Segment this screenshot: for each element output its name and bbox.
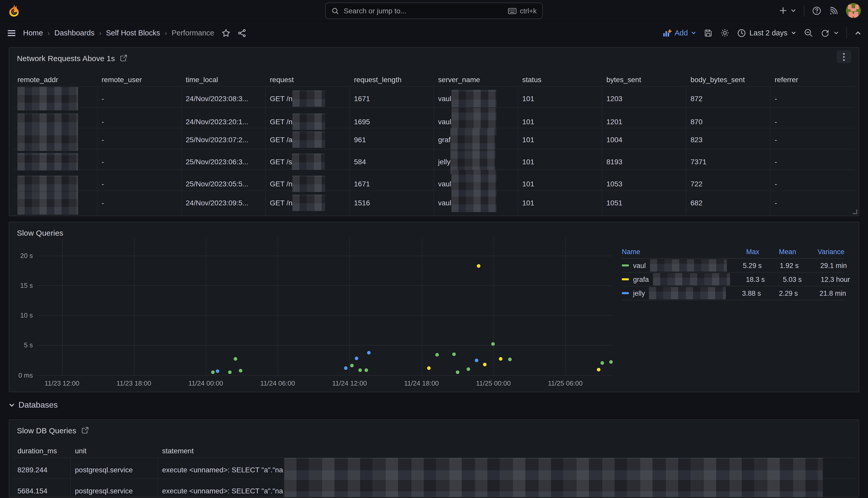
help-icon[interactable] — [812, 6, 821, 15]
column-header[interactable]: time_local — [181, 75, 266, 83]
column-header[interactable]: request — [266, 75, 350, 83]
breadcrumb-item[interactable]: Performance — [172, 29, 214, 37]
time-range-picker[interactable]: Last 2 days — [737, 28, 796, 37]
column-header[interactable]: duration_ms — [13, 446, 71, 455]
star-icon[interactable] — [221, 28, 230, 37]
divider — [804, 5, 804, 16]
share-icon[interactable] — [237, 28, 246, 37]
redacted-text — [284, 458, 823, 482]
scatter-point — [355, 356, 358, 360]
legend-series-swatch[interactable] — [622, 292, 629, 294]
table-cell: postgresql.service — [71, 479, 158, 497]
panel-title[interactable]: Slow DB Queries — [17, 426, 76, 435]
dashboard-settings-icon[interactable] — [720, 28, 730, 38]
scatter-point — [609, 360, 612, 364]
column-header[interactable]: request_length — [350, 75, 434, 83]
scatter-point — [456, 370, 459, 374]
table-cell: - — [97, 87, 181, 110]
collapse-toolbar-icon[interactable] — [855, 29, 861, 36]
breadcrumb-item[interactable]: Dashboards — [54, 29, 94, 37]
legend-row: grafa18.3 s5.03 s12.3 hour — [622, 273, 844, 287]
gridline-horizontal — [38, 256, 612, 256]
legend-series-name[interactable]: grafa — [622, 273, 730, 286]
refresh-button[interactable] — [821, 28, 839, 37]
add-panel-icon — [663, 29, 672, 37]
zoom-out-icon[interactable] — [804, 28, 813, 38]
scatter-plot[interactable] — [38, 248, 612, 375]
grafana-logo[interactable] — [7, 4, 20, 17]
scatter-point — [427, 366, 430, 370]
table-row: -25/Nov/2023:07:2...GET /a961graf1011004… — [13, 128, 855, 149]
table-cell: - — [771, 87, 855, 110]
legend-series-name[interactable]: vaul — [622, 259, 727, 272]
breadcrumb-item[interactable]: Home — [23, 29, 43, 37]
legend-series-swatch[interactable] — [622, 278, 629, 280]
panel-menu-kebab[interactable] — [837, 50, 851, 63]
column-header[interactable]: status — [518, 75, 602, 83]
scatter-point — [601, 362, 604, 365]
legend-column-header[interactable]: Mean — [759, 248, 796, 255]
gridline-vertical — [277, 238, 278, 375]
news-icon[interactable] — [829, 6, 838, 15]
panel-title[interactable]: Slow Queries — [17, 228, 63, 237]
external-link-icon[interactable] — [81, 427, 89, 434]
scatter-point — [344, 366, 348, 370]
legend-series-name[interactable]: jelly — [622, 287, 726, 299]
table-cell: 24/Nov/2023:08:3... — [181, 87, 266, 110]
table-cell — [13, 128, 97, 151]
databases-section-header[interactable]: Databases — [9, 401, 58, 410]
panel-title[interactable]: Network Requests Above 1s — [17, 54, 115, 62]
legend-column-header[interactable]: Variance — [796, 248, 844, 255]
search-input[interactable] — [344, 7, 503, 15]
scatter-point — [234, 357, 238, 361]
table-cell: 5684.154 — [13, 479, 71, 497]
search-bar[interactable]: ctrl+k — [325, 3, 543, 19]
grafana-app: ctrl+k — [0, 0, 868, 498]
screen: ctrl+k — [0, 0, 868, 498]
scatter-point — [239, 369, 242, 372]
add-button[interactable]: Add — [663, 29, 696, 37]
x-axis-tick-label: 11/23 18:00 — [117, 379, 151, 387]
table-row: -24/Nov/2023:09:5...GET /n1516vaul101105… — [13, 190, 855, 211]
scatter-point — [435, 353, 439, 356]
table-row: -24/Nov/2023:20:1...GET /n1695vaul101120… — [13, 107, 855, 128]
x-axis-tick-label: 11/23 12:00 — [45, 379, 79, 387]
user-avatar[interactable] — [846, 3, 861, 18]
series-name-prefix: grafa — [633, 275, 649, 283]
table-cell: 101 — [518, 191, 602, 214]
new-dropdown-button[interactable] — [779, 7, 796, 14]
table-cell: - — [771, 128, 855, 151]
redacted-text — [284, 479, 823, 497]
table-cell: 25/Nov/2023:07:2... — [181, 128, 266, 151]
table-row: 5684.154postgresql.serviceexecute <unnam… — [13, 478, 855, 497]
column-header[interactable]: unit — [71, 446, 158, 455]
gridline-vertical — [206, 238, 206, 375]
column-header[interactable]: remote_addr — [13, 75, 97, 83]
column-header[interactable]: bytes_sent — [602, 75, 687, 83]
column-header[interactable]: body_bytes_sent — [687, 75, 771, 83]
legend-column-header[interactable]: Name — [622, 248, 724, 255]
scatter-point — [452, 352, 456, 356]
breadcrumb-item[interactable]: Self Host Blocks — [106, 29, 160, 37]
column-header[interactable]: server_name — [434, 75, 518, 83]
table-cell: vaul — [434, 87, 518, 110]
legend-stat-value: 2.29 s — [761, 289, 798, 297]
table-row: 8289.244postgresql.serviceexecute <unnam… — [13, 457, 855, 478]
legend-series-swatch[interactable] — [622, 264, 629, 266]
x-axis-tick-label: 11/24 12:00 — [332, 379, 367, 387]
scatter-point — [477, 264, 480, 268]
x-axis-tick-label: 11/24 18:00 — [404, 379, 439, 387]
server-name-prefix: vaul — [438, 117, 451, 126]
column-header[interactable]: referrer — [771, 75, 855, 83]
column-header[interactable]: remote_user — [97, 75, 181, 83]
panel-resize-handle[interactable] — [853, 209, 857, 214]
legend-column-header[interactable]: Max — [724, 248, 759, 255]
column-header[interactable]: statement — [158, 446, 855, 455]
save-dashboard-icon[interactable] — [704, 28, 713, 37]
chevron-down-icon — [691, 30, 696, 36]
legend-stat-value: 1.92 s — [762, 262, 799, 269]
table-cell: vaul — [434, 191, 518, 214]
menu-toggle-icon[interactable] — [7, 28, 16, 38]
series-name-prefix: jelly — [633, 289, 645, 297]
external-link-icon[interactable] — [120, 54, 127, 62]
